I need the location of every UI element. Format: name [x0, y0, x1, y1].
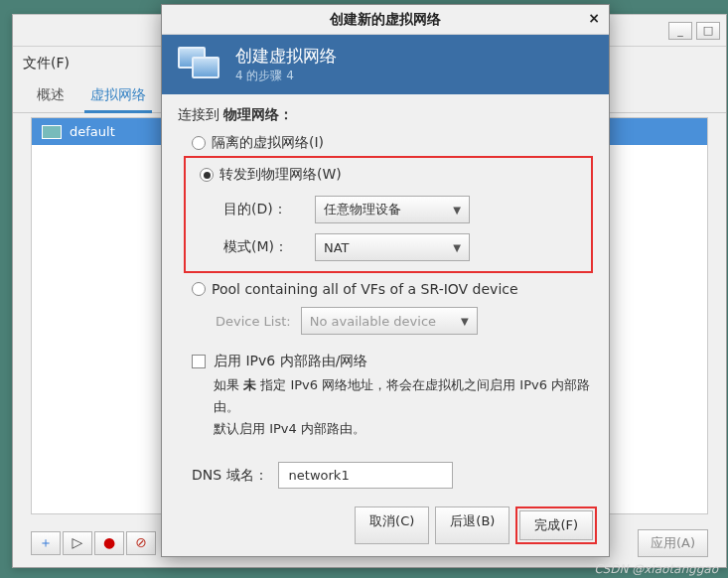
minimize-button[interactable]: _: [668, 22, 692, 40]
dns-domain-input[interactable]: network1: [278, 462, 453, 489]
ipv6-checkbox-row[interactable]: 启用 IPv6 内部路由/网络: [178, 353, 593, 370]
radio-icon: [192, 136, 206, 150]
mode-combo[interactable]: NAT ▼: [315, 233, 470, 261]
tab-overview[interactable]: 概述: [31, 78, 71, 112]
dns-label: DNS 域名：: [192, 467, 268, 485]
dialog-footer: 取消(C) 后退(B) 完成(F): [162, 499, 609, 556]
highlight-finish: 完成(F): [515, 506, 597, 544]
destination-combo[interactable]: 任意物理设备 ▼: [315, 196, 470, 223]
radio-label: 转发到物理网络(W): [219, 166, 342, 184]
network-header-icon: [178, 47, 221, 82]
ipv6-description: 如果 未 指定 IPv6 网络地址，将会在虚拟机之间启用 IPv6 内部路由。 …: [178, 370, 593, 440]
add-network-button[interactable]: ＋: [31, 531, 61, 555]
mode-label: 模式(M)：: [223, 238, 305, 256]
network-icon: [42, 125, 62, 139]
dns-domain-row: DNS 域名： network1: [178, 462, 593, 489]
device-list-label: Device List:: [216, 314, 291, 329]
maximize-button[interactable]: □: [696, 22, 720, 40]
delete-network-button[interactable]: ⊘: [126, 531, 156, 555]
dialog-header: 创建虚拟网络 4 的步骤 4: [162, 35, 609, 94]
device-list-combo: No available device ▼: [301, 307, 478, 335]
radio-label: 隔离的虚拟网络(I): [212, 134, 324, 152]
back-button[interactable]: 后退(B): [435, 506, 510, 544]
close-icon[interactable]: ×: [583, 9, 605, 29]
tab-virtual-network[interactable]: 虚拟网络: [84, 78, 152, 113]
checkbox-icon: [192, 355, 206, 368]
dialog-titlebar: 创建新的虚拟网络 ×: [162, 5, 609, 35]
radio-icon: [200, 168, 214, 182]
radio-forward[interactable]: 转发到物理网络(W): [194, 164, 583, 186]
destination-label: 目的(D)：: [223, 201, 305, 218]
cancel-button[interactable]: 取消(C): [355, 506, 429, 544]
radio-isolated[interactable]: 隔离的虚拟网络(I): [178, 132, 593, 154]
connect-to-label: 连接到 物理网络：: [178, 106, 593, 124]
dialog-title: 创建新的虚拟网络: [330, 11, 441, 29]
radio-icon: [192, 282, 206, 296]
header-title: 创建虚拟网络: [235, 45, 337, 68]
highlight-forward-section: 转发到物理网络(W) 目的(D)： 任意物理设备 ▼ 模式(M)： NAT ▼: [184, 156, 593, 273]
checkbox-label: 启用 IPv6 内部路由/网络: [214, 353, 367, 370]
chevron-down-icon: ▼: [461, 316, 469, 327]
apply-button[interactable]: 应用(A): [638, 529, 708, 557]
start-network-button[interactable]: ▷: [63, 531, 92, 555]
dialog-body: 连接到 物理网络： 隔离的虚拟网络(I) 转发到物理网络(W) 目的(D)： 任…: [162, 94, 609, 499]
device-list-row: Device List: No available device ▼: [178, 299, 593, 337]
create-network-dialog: 创建新的虚拟网络 × 创建虚拟网络 4 的步骤 4 连接到 物理网络： 隔离的虚…: [161, 4, 610, 557]
watermark: CSDN @xiaotanggao: [594, 562, 718, 576]
combo-value: No available device: [310, 314, 436, 329]
list-item-label: default: [70, 124, 115, 139]
radio-label: Pool containing all of VFs of a SR-IOV d…: [212, 281, 518, 297]
chevron-down-icon: ▼: [453, 242, 461, 253]
finish-button[interactable]: 完成(F): [519, 510, 593, 540]
stop-network-button[interactable]: ●: [94, 531, 124, 555]
combo-value: NAT: [324, 240, 350, 255]
radio-sriov-pool[interactable]: Pool containing all of VFs of a SR-IOV d…: [178, 279, 593, 299]
combo-value: 任意物理设备: [324, 201, 401, 218]
header-step: 4 的步骤 4: [235, 68, 337, 84]
chevron-down-icon: ▼: [453, 205, 461, 216]
